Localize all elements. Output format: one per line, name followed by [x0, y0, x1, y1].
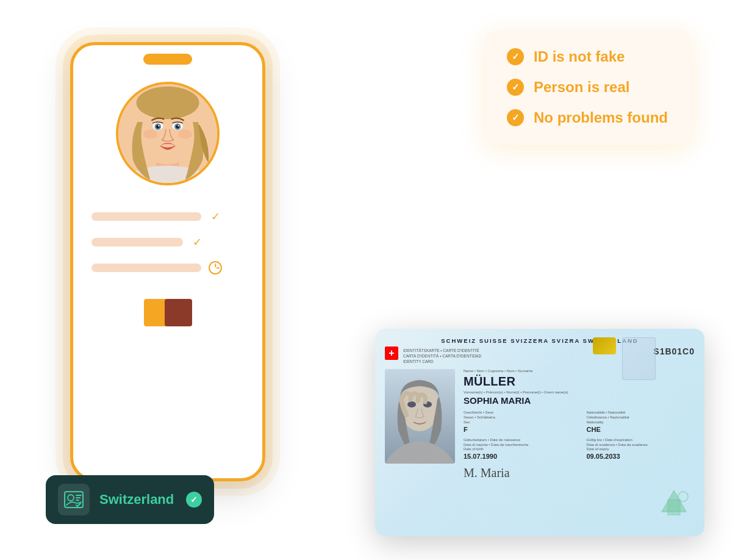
- svg-rect-22: [668, 500, 680, 515]
- country-badge: Switzerland ✓: [46, 475, 214, 524]
- sex-field: Geschlecht • SexeSesso • SchlattainaSex …: [464, 411, 572, 433]
- verification-text-2: Person is real: [534, 79, 629, 96]
- field-row-3: [91, 261, 244, 275]
- country-name: Switzerland: [99, 492, 174, 508]
- country-verified-check: ✓: [186, 492, 202, 508]
- surname-value: MÜLLER: [464, 375, 695, 388]
- verification-item-1: ✓ ID is not fake: [507, 48, 670, 65]
- id-dob-expiry-row: Geburtsdatum • Date de naissanceData di …: [464, 438, 695, 460]
- svg-point-20: [407, 401, 416, 407]
- given-names-label: Vorname(n) • Prénom(s) • Nome(i) • Prenu…: [464, 390, 695, 395]
- svg-point-13: [143, 129, 157, 138]
- field-clock-icon: [209, 261, 222, 275]
- verification-box: ✓ ID is not fake ✓ Person is real ✓ No p…: [485, 30, 692, 145]
- sex-label: Geschlecht • SexeSesso • SchlattainaSex: [464, 411, 572, 425]
- field-checkmark-1: ✓: [209, 210, 222, 223]
- id-card-header: IDENTITÄTSKARTE • CARTE D'IDENTITÉCARTA …: [385, 346, 695, 364]
- id-card-hologram: [622, 337, 656, 380]
- svg-point-11: [158, 125, 159, 126]
- phone-notch: [143, 54, 192, 65]
- dob-field: Geburtsdatum • Date de naissanceData di …: [464, 438, 572, 460]
- expiry-value: 09.05.2033: [587, 453, 695, 460]
- nationality-field: Nationalität • NationalitéCittadinanza •…: [587, 411, 695, 433]
- person-photo: [118, 84, 217, 183]
- expiry-label: Gültig bis • Date d'expirationData di sc…: [587, 438, 695, 452]
- phone-mockup: ✓ ✓: [70, 42, 265, 481]
- field-bar-3: [91, 264, 201, 272]
- id-card: SCHWEIZ SUISSE SVIZZERA SVIZRA SWITZERLA…: [375, 329, 704, 536]
- sex-value: F: [464, 426, 572, 433]
- id-card-type: IDENTITÄTSKARTE • CARTE D'IDENTITÉCARTA …: [403, 348, 481, 364]
- id-sex-nationality-row: Geschlecht • SexeSesso • SchlattainaSex …: [464, 411, 695, 433]
- id-card-body: Name • Nom • Cognome • Num • Surname MÜL…: [385, 369, 695, 480]
- svg-point-14: [178, 129, 192, 138]
- dob-label: Geburtsdatum • Date de naissanceData di …: [464, 438, 572, 452]
- verification-item-3: ✓ No problems found: [507, 109, 670, 126]
- check-icon-2: ✓: [507, 79, 524, 96]
- main-scene: ✓ ✓ Switzerland ✓: [34, 18, 704, 542]
- check-icon-1: ✓: [507, 48, 524, 65]
- verification-item-2: ✓ Person is real: [507, 79, 670, 96]
- country-id-icon: [58, 484, 90, 515]
- id-card-chip: [593, 337, 616, 354]
- ch-flag-icon: [385, 346, 398, 360]
- field-row-1: ✓: [91, 210, 244, 223]
- id-signature: M. Maria: [464, 466, 695, 480]
- svg-point-23: [678, 492, 688, 501]
- logo-block-dark: [165, 299, 192, 326]
- dob-value: 15.07.1990: [464, 453, 572, 460]
- avatar: [116, 82, 220, 185]
- field-bar-1: [91, 212, 201, 221]
- svg-point-12: [177, 125, 179, 126]
- logo-blocks: [144, 299, 192, 326]
- id-card-number: S1B01C0: [653, 346, 695, 356]
- id-green-decoration: [656, 487, 692, 518]
- given-names-value: SOPHIA MARIA: [464, 396, 695, 406]
- id-card-info: Name • Nom • Cognome • Num • Surname MÜL…: [464, 369, 695, 480]
- field-checkmark-2: ✓: [190, 235, 204, 249]
- svg-point-4: [137, 87, 199, 119]
- field-row-2: ✓: [91, 235, 244, 249]
- check-icon-3: ✓: [507, 109, 524, 126]
- surname-label: Name • Nom • Cognome • Num • Surname: [464, 369, 695, 374]
- verification-text-1: ID is not fake: [534, 48, 625, 65]
- field-bar-2: [91, 238, 183, 246]
- expiry-field: Gültig bis • Date d'expirationData di sc…: [587, 438, 695, 460]
- nationality-label: Nationalität • NationalitéCittadinanza •…: [587, 411, 695, 425]
- nationality-value: CHE: [587, 426, 695, 433]
- verification-text-3: No problems found: [534, 109, 668, 126]
- id-card-photo: [385, 369, 455, 464]
- svg-point-16: [68, 495, 74, 501]
